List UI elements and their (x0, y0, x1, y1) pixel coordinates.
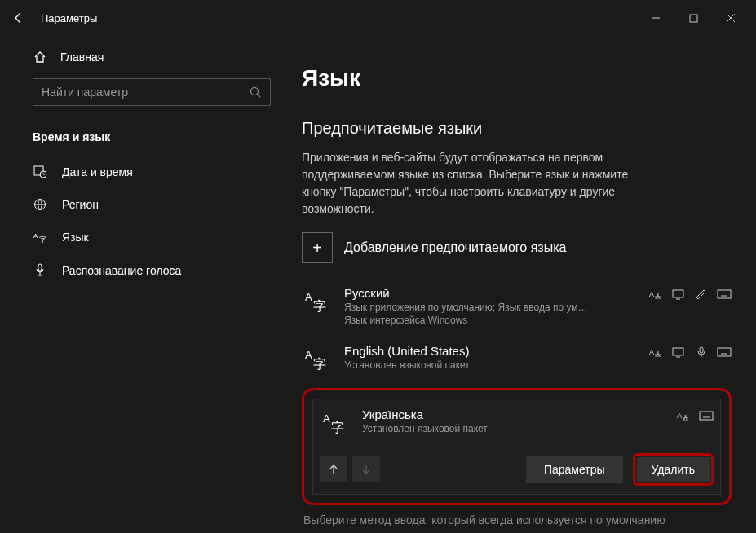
svg-text:A: A (323, 412, 330, 425)
input-method-link[interactable]: Выберите метод ввода, который всегда исп… (302, 513, 732, 526)
svg-rect-14 (673, 290, 683, 297)
plus-icon: + (302, 232, 333, 263)
language-glyph-icon: A字 (302, 286, 333, 317)
keyboard-feature-icon (717, 346, 732, 359)
move-down-button[interactable] (352, 456, 380, 482)
search-input[interactable] (42, 86, 249, 99)
svg-text:A: A (649, 290, 654, 298)
nav-label: Дата и время (62, 165, 133, 178)
svg-rect-24 (673, 348, 683, 355)
delete-button-highlight: Удалить (633, 453, 714, 486)
language-name: Українська (362, 407, 676, 421)
nav-label: Распознавание голоса (62, 264, 181, 277)
page-subtitle: Предпочитаемые языки (302, 119, 732, 138)
svg-text:A: A (33, 232, 38, 240)
svg-rect-26 (700, 347, 703, 353)
page-description: Приложения и веб-сайты будут отображатьс… (302, 149, 661, 218)
highlighted-language-panel: A字 Українська Установлен языковой пакет … (302, 388, 732, 505)
language-name: English (United States) (344, 344, 648, 358)
keyboard-feature-icon (699, 409, 714, 422)
svg-rect-1 (690, 15, 697, 22)
svg-rect-33 (700, 412, 713, 420)
add-language-label: Добавление предпочитаемого языка (344, 240, 566, 255)
svg-text:A: A (305, 349, 312, 361)
tts-feature-icon: A⁂ (648, 346, 663, 359)
svg-text:字: 字 (39, 236, 46, 244)
language-meta: Установлен языковой пакет (362, 423, 607, 434)
language-glyph-icon: A字 (320, 407, 351, 438)
svg-rect-27 (718, 348, 731, 356)
section-title: Время и язык (33, 126, 271, 155)
svg-point-2 (251, 88, 259, 95)
svg-line-3 (258, 95, 261, 98)
back-button[interactable] (7, 6, 31, 30)
svg-text:字: 字 (331, 421, 344, 434)
nav-region[interactable]: Регион (33, 188, 271, 221)
svg-rect-9 (38, 264, 42, 271)
nav-label: Язык (62, 231, 89, 244)
language-name: Русский (344, 286, 648, 300)
search-icon (249, 86, 262, 99)
home-label: Главная (60, 51, 104, 64)
nav-label: Регион (62, 198, 99, 211)
svg-text:字: 字 (313, 299, 326, 313)
close-button[interactable] (712, 5, 749, 31)
search-box[interactable] (33, 78, 271, 106)
globe-icon (33, 198, 47, 211)
options-button[interactable]: Параметры (526, 456, 623, 483)
tts-feature-icon: A⁂ (648, 288, 663, 301)
svg-text:⁂: ⁂ (655, 293, 661, 299)
language-meta: Язык приложения по умолчанию; Язык ввода… (344, 302, 589, 313)
svg-text:字: 字 (313, 357, 326, 371)
language-meta: Установлен языковой пакет (344, 359, 589, 371)
delete-button[interactable]: Удалить (637, 457, 710, 482)
add-language-button[interactable]: + Добавление предпочитаемого языка (302, 232, 732, 263)
display-feature-icon (671, 346, 686, 359)
microphone-icon (33, 263, 47, 277)
language-item-ukrainian[interactable]: A字 Українська Установлен языковой пакет … (312, 399, 721, 495)
nav-speech[interactable]: Распознавание голоса (33, 253, 271, 287)
calendar-clock-icon (33, 165, 47, 178)
minimize-button[interactable] (637, 5, 674, 31)
nav-date-time[interactable]: Дата и время (33, 155, 271, 188)
language-item-english[interactable]: A字 English (United States) Установлен яз… (302, 339, 732, 380)
app-title: Параметры (41, 12, 97, 24)
handwriting-feature-icon (694, 288, 709, 301)
language-glyph-icon: A字 (302, 344, 333, 375)
display-feature-icon (671, 288, 686, 301)
page-title: Язык (302, 65, 732, 91)
svg-text:A: A (305, 291, 312, 303)
svg-text:A: A (677, 412, 682, 420)
keyboard-feature-icon (717, 288, 732, 301)
nav-language[interactable]: A字 Язык (33, 221, 271, 253)
home-link[interactable]: Главная (33, 42, 271, 78)
home-icon (33, 51, 47, 64)
language-icon: A字 (33, 231, 47, 244)
speech-feature-icon (694, 346, 709, 359)
svg-text:A: A (649, 348, 654, 356)
svg-text:⁂: ⁂ (683, 415, 688, 421)
move-up-button[interactable] (320, 456, 347, 482)
maximize-button[interactable] (674, 5, 712, 31)
tts-feature-icon: A⁂ (676, 409, 691, 422)
svg-rect-16 (718, 290, 731, 298)
language-meta: Язык интерфейса Windows (344, 315, 589, 326)
language-item-russian[interactable]: A字 Русский Язык приложения по умолчанию;… (302, 281, 732, 331)
svg-text:⁂: ⁂ (655, 351, 661, 357)
